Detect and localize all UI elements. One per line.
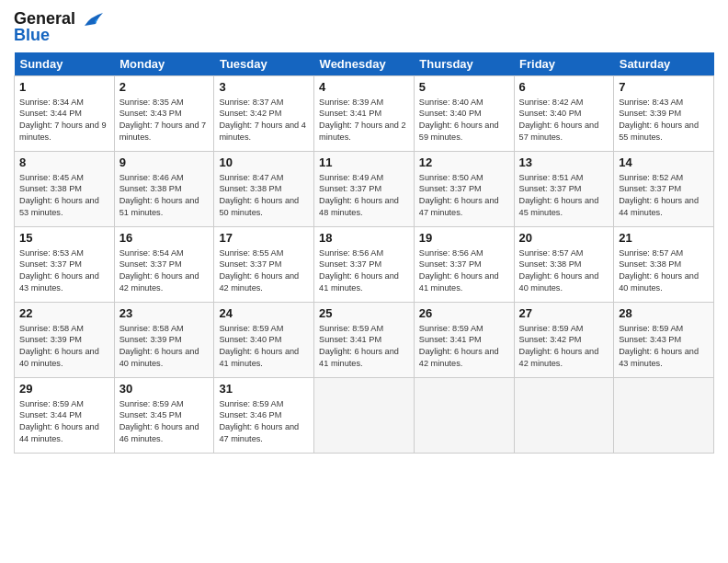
calendar-cell: 17Sunrise: 8:55 AMSunset: 3:37 PMDayligh… [214, 227, 314, 303]
sunrise-text: Sunrise: 8:59 AM [619, 324, 683, 333]
sunset-text: Sunset: 3:38 PM [19, 184, 82, 193]
sunset-text: Sunset: 3:39 PM [619, 109, 681, 118]
week-row-2: 8Sunrise: 8:45 AMSunset: 3:38 PMDaylight… [15, 152, 714, 227]
sunset-text: Sunset: 3:37 PM [619, 184, 681, 193]
sunrise-text: Sunrise: 8:35 AM [119, 98, 184, 107]
sunrise-text: Sunrise: 8:46 AM [119, 173, 184, 182]
day-number: 4 [319, 79, 409, 96]
sunset-text: Sunset: 3:40 PM [519, 109, 582, 118]
daylight-text: Daylight: 6 hours and 48 minutes. [319, 196, 399, 217]
calendar-cell: 29Sunrise: 8:59 AMSunset: 3:44 PMDayligh… [15, 378, 115, 454]
sunrise-text: Sunrise: 8:53 AM [19, 248, 84, 258]
day-number: 24 [219, 305, 309, 322]
daylight-text: Daylight: 6 hours and 42 minutes. [119, 271, 199, 293]
calendar-cell: 26Sunrise: 8:59 AMSunset: 3:41 PMDayligh… [414, 303, 514, 378]
calendar-cell: 3Sunrise: 8:37 AMSunset: 3:42 PMDaylight… [214, 76, 314, 152]
sunrise-text: Sunrise: 8:59 AM [19, 399, 84, 408]
calendar-cell: 9Sunrise: 8:46 AMSunset: 3:38 PMDaylight… [114, 152, 214, 227]
sunset-text: Sunset: 3:40 PM [219, 335, 281, 344]
sunset-text: Sunset: 3:37 PM [319, 259, 381, 269]
daylight-text: Daylight: 7 hours and 9 minutes. [19, 121, 107, 142]
calendar-cell: 12Sunrise: 8:50 AMSunset: 3:37 PMDayligh… [414, 152, 514, 227]
calendar-cell: 7Sunrise: 8:43 AMSunset: 3:39 PMDaylight… [614, 76, 714, 152]
sunset-text: Sunset: 3:38 PM [619, 259, 681, 269]
daylight-text: Daylight: 6 hours and 41 minutes. [219, 347, 299, 368]
day-number: 29 [19, 381, 109, 397]
sunset-text: Sunset: 3:39 PM [19, 335, 82, 344]
sunset-text: Sunset: 3:41 PM [419, 335, 482, 344]
calendar-cell: 20Sunrise: 8:57 AMSunset: 3:38 PMDayligh… [514, 227, 614, 303]
header-saturday: Saturday [614, 52, 714, 76]
daylight-text: Daylight: 6 hours and 41 minutes. [319, 347, 399, 368]
sunrise-text: Sunrise: 8:59 AM [219, 324, 283, 333]
daylight-text: Daylight: 6 hours and 40 minutes. [619, 271, 699, 293]
calendar-table: SundayMondayTuesdayWednesdayThursdayFrid… [14, 52, 714, 454]
daylight-text: Daylight: 7 hours and 7 minutes. [119, 121, 207, 142]
daylight-text: Daylight: 7 hours and 2 minutes. [319, 121, 406, 142]
week-row-1: 1Sunrise: 8:34 AMSunset: 3:44 PMDaylight… [15, 76, 714, 152]
header-sunday: Sunday [15, 52, 115, 76]
calendar-cell: 19Sunrise: 8:56 AMSunset: 3:37 PMDayligh… [414, 227, 514, 303]
calendar-cell: 1Sunrise: 8:34 AMSunset: 3:44 PMDaylight… [15, 76, 115, 152]
day-number: 31 [219, 381, 309, 397]
day-number: 6 [519, 79, 609, 96]
sunrise-text: Sunrise: 8:57 AM [619, 248, 683, 258]
sunrise-text: Sunrise: 8:34 AM [19, 98, 84, 107]
sunrise-text: Sunrise: 8:59 AM [519, 324, 584, 333]
calendar-cell: 10Sunrise: 8:47 AMSunset: 3:38 PMDayligh… [214, 152, 314, 227]
daylight-text: Daylight: 6 hours and 40 minutes. [19, 347, 99, 368]
day-number: 5 [419, 79, 509, 96]
sunrise-text: Sunrise: 8:54 AM [119, 248, 184, 258]
daylight-text: Daylight: 6 hours and 47 minutes. [219, 422, 299, 443]
daylight-text: Daylight: 6 hours and 43 minutes. [19, 271, 99, 293]
day-number: 1 [19, 79, 109, 96]
daylight-text: Daylight: 6 hours and 42 minutes. [519, 347, 599, 368]
sunrise-text: Sunrise: 8:37 AM [219, 98, 283, 107]
logo: General Blue [14, 9, 107, 45]
sunset-text: Sunset: 3:44 PM [19, 410, 82, 419]
sunset-text: Sunset: 3:41 PM [319, 335, 381, 344]
day-number: 23 [119, 305, 210, 322]
sunrise-text: Sunrise: 8:39 AM [319, 98, 383, 107]
daylight-text: Daylight: 6 hours and 43 minutes. [619, 347, 699, 368]
daylight-text: Daylight: 6 hours and 47 minutes. [419, 196, 499, 217]
header-wednesday: Wednesday [314, 52, 415, 76]
day-number: 2 [119, 79, 210, 96]
sunrise-text: Sunrise: 8:57 AM [519, 248, 584, 258]
header-friday: Friday [514, 52, 614, 76]
sunset-text: Sunset: 3:40 PM [419, 109, 482, 118]
calendar-cell [514, 378, 614, 454]
daylight-text: Daylight: 6 hours and 50 minutes. [219, 196, 299, 217]
calendar-cell [614, 378, 714, 454]
day-number: 22 [19, 305, 109, 322]
sunrise-text: Sunrise: 8:59 AM [319, 324, 383, 333]
day-number: 30 [119, 381, 210, 397]
sunrise-text: Sunrise: 8:43 AM [619, 98, 683, 107]
sunset-text: Sunset: 3:38 PM [219, 184, 281, 193]
sunset-text: Sunset: 3:38 PM [119, 184, 182, 193]
daylight-text: Daylight: 6 hours and 44 minutes. [19, 422, 99, 443]
week-row-4: 22Sunrise: 8:58 AMSunset: 3:39 PMDayligh… [15, 303, 714, 378]
header-thursday: Thursday [414, 52, 514, 76]
daylight-text: Daylight: 6 hours and 57 minutes. [519, 121, 599, 142]
sunset-text: Sunset: 3:37 PM [319, 184, 381, 193]
sunset-text: Sunset: 3:38 PM [519, 259, 582, 269]
daylight-text: Daylight: 6 hours and 45 minutes. [519, 196, 599, 217]
day-number: 16 [119, 230, 210, 247]
daylight-text: Daylight: 6 hours and 46 minutes. [119, 422, 199, 443]
sunset-text: Sunset: 3:41 PM [319, 109, 381, 118]
day-number: 25 [319, 305, 409, 322]
sunset-text: Sunset: 3:45 PM [119, 410, 182, 419]
sunrise-text: Sunrise: 8:40 AM [419, 98, 483, 107]
sunrise-text: Sunrise: 8:49 AM [319, 173, 383, 182]
calendar-cell: 14Sunrise: 8:52 AMSunset: 3:37 PMDayligh… [614, 152, 714, 227]
calendar-cell: 31Sunrise: 8:59 AMSunset: 3:46 PMDayligh… [214, 378, 314, 454]
day-number: 26 [419, 305, 509, 322]
header-monday: Monday [114, 52, 214, 76]
day-number: 13 [519, 155, 609, 171]
calendar-cell: 22Sunrise: 8:58 AMSunset: 3:39 PMDayligh… [15, 303, 115, 378]
calendar-cell: 5Sunrise: 8:40 AMSunset: 3:40 PMDaylight… [414, 76, 514, 152]
daylight-text: Daylight: 6 hours and 40 minutes. [119, 347, 199, 368]
logo-blue: Blue [14, 26, 50, 45]
daylight-text: Daylight: 6 hours and 40 minutes. [519, 271, 599, 293]
